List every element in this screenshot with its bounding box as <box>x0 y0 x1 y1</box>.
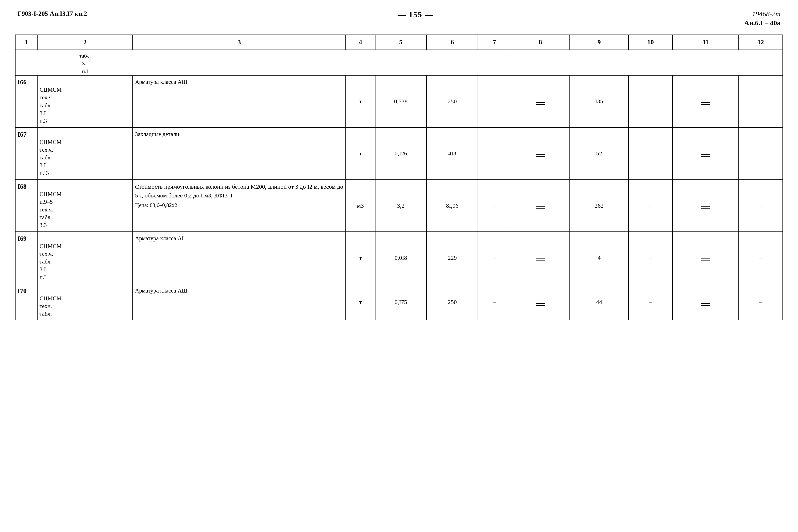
row-col10-166: – <box>629 75 672 127</box>
row-col12-166: – <box>739 75 783 127</box>
page-header: Г903-I-205 Ан.I3.I7 кн.2 — 155 — 19468-2… <box>15 10 783 27</box>
row-col12-169: – <box>739 232 783 284</box>
row-col8-168 <box>511 180 570 232</box>
col-header-3: 3 <box>133 35 346 50</box>
col-header-11: 11 <box>672 35 739 50</box>
row-col12-167: – <box>739 128 783 180</box>
col-header-5: 5 <box>375 35 426 50</box>
row-price-167: 4I3 <box>426 128 478 180</box>
header-right: 19468-2т Ан.6.I – 40а <box>744 10 780 27</box>
header-right-bold: Ан.6.I – 40а <box>744 19 780 27</box>
row-col7-168: – <box>478 180 511 232</box>
row-col11-166 <box>672 75 739 127</box>
table-row: I69 СЦМСМ тех.ч. табл. 3.I п.I Арматура … <box>15 232 783 284</box>
row-desc-169: Арматура класса АI <box>133 232 346 284</box>
row-ref-169: СЦМСМ тех.ч. табл. 3.I п.I <box>37 232 133 284</box>
row-price-168: 8I,96 <box>426 180 478 232</box>
row-col7-167: – <box>478 128 511 180</box>
row-col11-168 <box>672 180 739 232</box>
row-desc-166: Арматура класса АШ <box>133 75 346 127</box>
row-price-169: 229 <box>426 232 478 284</box>
row-qty-170: 0,I75 <box>375 284 426 320</box>
row-qty-168: 3,2 <box>375 180 426 232</box>
row-col12-170: – <box>739 284 783 320</box>
table-row: I67 СЦМСМ тех.ч. табл. 3.I п.I3 Закладны… <box>15 128 783 180</box>
row-desc-167: Закладные детали <box>133 128 346 180</box>
row-col9-170: 44 <box>570 284 629 320</box>
row-col10-167: – <box>629 128 672 180</box>
row-col9-166: I35 <box>570 75 629 127</box>
col-header-12: 12 <box>739 35 783 50</box>
row-id-170: I70 <box>15 284 37 320</box>
row-col8-166 <box>511 75 570 127</box>
row-col11-167 <box>672 128 739 180</box>
row-col10-169: – <box>629 232 672 284</box>
row-unit-168: м3 <box>346 180 375 232</box>
col-header-10: 10 <box>629 35 672 50</box>
row-col10-168: – <box>629 180 672 232</box>
header-left: Г903-I-205 Ан.I3.I7 кн.2 <box>18 10 87 18</box>
row-col7-169: – <box>478 232 511 284</box>
header-row: 1 2 3 4 5 6 7 8 9 10 11 12 <box>15 35 783 50</box>
row-col7-170: – <box>478 284 511 320</box>
row-qty-169: 0,0I8 <box>375 232 426 284</box>
row-col9-168: 262 <box>570 180 629 232</box>
row-unit-170: т <box>346 284 375 320</box>
row-ref-168: СЦМСМ п.9–5 тех.ч. табл. 3.3 <box>37 180 133 232</box>
col-header-1: 1 <box>15 35 37 50</box>
row-col8-167 <box>511 128 570 180</box>
row-col8-169 <box>511 232 570 284</box>
row-col8-170 <box>511 284 570 320</box>
row-price-170: 250 <box>426 284 478 320</box>
pre-ref-row: табл. 3.I п.I <box>15 50 783 75</box>
header-center: — 155 — <box>398 10 433 19</box>
row-unit-169: т <box>346 232 375 284</box>
table-row: I66 СЦМСМ тех.ч. табл. 3.I п.3 Арматура … <box>15 75 783 127</box>
pre-ref-text: табл. 3.I п.I <box>37 50 133 75</box>
main-table: 1 2 3 4 5 6 7 8 9 10 11 12 табл. 3.I п.I… <box>15 35 783 320</box>
row-id-166: I66 <box>15 75 37 127</box>
row-col11-170 <box>672 284 739 320</box>
col-header-9: 9 <box>570 35 629 50</box>
row-col7-166: – <box>478 75 511 127</box>
row-price-166: 250 <box>426 75 478 127</box>
row-ref-170: СЦМСМ техн. табл. <box>37 284 133 320</box>
table-row: I70 СЦМСМ техн. табл. Арматура класса АШ… <box>15 284 783 320</box>
row-desc-170: Арматура класса АШ <box>133 284 346 320</box>
col-header-7: 7 <box>478 35 511 50</box>
row-unit-166: т <box>346 75 375 127</box>
row-qty-167: 0,I26 <box>375 128 426 180</box>
row-id-169: I69 <box>15 232 37 284</box>
table-row: I68 СЦМСМ п.9–5 тех.ч. табл. 3.3 Стоимос… <box>15 180 783 232</box>
row-col9-167: 52 <box>570 128 629 180</box>
header-right-italic: 19468-2т <box>752 10 780 18</box>
row-ref-167: СЦМСМ тех.ч. табл. 3.I п.I3 <box>37 128 133 180</box>
row-ref-166: СЦМСМ тех.ч. табл. 3.I п.3 <box>37 75 133 127</box>
row-desc-168: Стоимость прямоугольных колонн из бетона… <box>133 180 346 232</box>
row-id-167: I67 <box>15 128 37 180</box>
col-header-2: 2 <box>37 35 133 50</box>
col-header-4: 4 <box>346 35 375 50</box>
row-col12-168: – <box>739 180 783 232</box>
col-header-6: 6 <box>426 35 478 50</box>
row-id-168: I68 <box>15 180 37 232</box>
row-col10-170: – <box>629 284 672 320</box>
row-col9-169: 4 <box>570 232 629 284</box>
row-col11-169 <box>672 232 739 284</box>
row-qty-166: 0,538 <box>375 75 426 127</box>
col-header-8: 8 <box>511 35 570 50</box>
row-unit-167: т <box>346 128 375 180</box>
